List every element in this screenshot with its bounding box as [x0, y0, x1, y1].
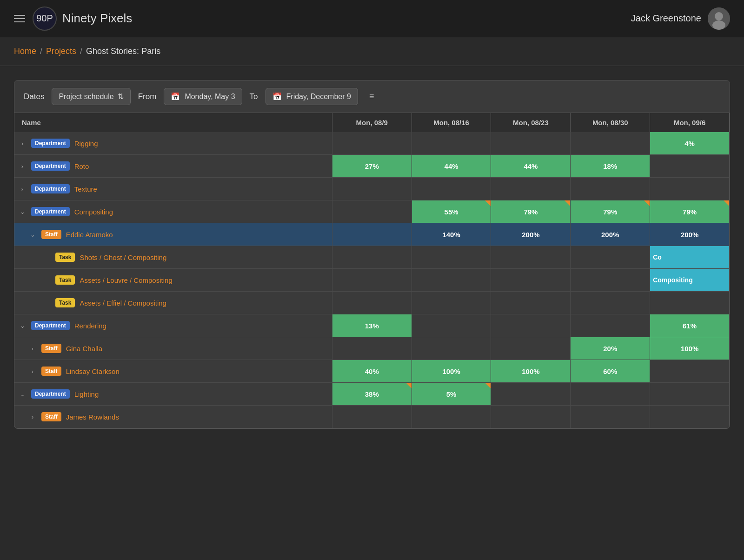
table-row: ›StaffLindsay Clarkson40%100%100%60% [14, 360, 730, 383]
cell-lighting-col3 [571, 383, 650, 406]
cell-task-shots-col2 [491, 246, 571, 269]
cell-rendering-col1 [412, 314, 491, 337]
cell-roto-col1: 44% [412, 155, 491, 178]
schedule-container: Dates Project schedule ⇅ From 📅 Monday, … [14, 80, 730, 429]
cell-roto-col4 [650, 155, 730, 178]
cell-rendering-col2 [491, 314, 571, 337]
badge-james: Staff [41, 412, 61, 421]
cell-texture-col2 [491, 178, 571, 200]
logo-text: 90 [36, 13, 46, 24]
chevron-compositing[interactable]: ⌄ [18, 207, 27, 216]
row-label-compositing: Compositing [74, 208, 113, 216]
name-cell-roto: ›DepartmentRoto [14, 155, 332, 178]
from-date-value: Monday, May 3 [185, 93, 235, 101]
cell-task-assets-louvre-col1 [412, 269, 491, 292]
name-cell-james: ›StaffJames Rowlands [14, 406, 332, 428]
cell-lindsay-col1: 100% [412, 360, 491, 383]
cell-eddie-col2: 200% [491, 223, 571, 246]
cell-lighting-col2 [491, 383, 571, 406]
cell-gina-col1 [412, 337, 491, 360]
cell-texture-col1 [412, 178, 491, 200]
name-cell-lindsay: ›StaffLindsay Clarkson [14, 360, 332, 383]
cell-rigging-col0 [332, 132, 412, 155]
badge-compositing: Department [31, 207, 70, 216]
col-header-3: Mon, 08/23 [491, 113, 571, 132]
table-row: ›StaffJames Rowlands [14, 406, 730, 428]
row-label-task-assets-louvre: Assets / Louvre / Compositing [80, 276, 172, 284]
from-label: From [138, 92, 157, 101]
cell-james-col2 [491, 406, 571, 428]
schedule-toolbar: Dates Project schedule ⇅ From 📅 Monday, … [14, 80, 730, 113]
row-label-task-assets-effiel: Assets / Effiel / Compositing [80, 299, 166, 307]
app-header: 90P Ninety Pixels Jack Greenstone [0, 0, 744, 37]
chevron-lighting[interactable]: ⌄ [18, 390, 27, 398]
chevron-gina[interactable]: › [28, 344, 37, 353]
cell-lindsay-col4 [650, 360, 730, 383]
toolbar-menu-icon[interactable]: ≡ [369, 92, 374, 101]
table-row: ⌄DepartmentRendering13%61% [14, 314, 730, 337]
cell-roto-col0: 27% [332, 155, 412, 178]
row-label-task-shots: Shots / Ghost / Compositing [80, 253, 166, 261]
chevron-rigging[interactable]: › [18, 139, 27, 147]
schedule-select[interactable]: Project schedule ⇅ [52, 88, 130, 105]
chevron-roto[interactable]: › [18, 162, 27, 170]
table-row: ⌄DepartmentCompositing55%79%79%79% [14, 200, 730, 223]
chevron-task-assets-louvre [42, 276, 51, 284]
name-cell-lighting: ⌄DepartmentLighting [14, 383, 332, 406]
from-date-input[interactable]: 📅 Monday, May 3 [164, 88, 242, 105]
table-row: ›StaffGina Challa20%100% [14, 337, 730, 360]
breadcrumb-home[interactable]: Home [14, 47, 36, 56]
badge-task-assets-effiel: Task [55, 298, 75, 307]
breadcrumb-projects[interactable]: Projects [46, 47, 76, 56]
cell-lindsay-col0: 40% [332, 360, 412, 383]
chevron-eddie[interactable]: ⌄ [28, 230, 37, 239]
to-calendar-icon: 📅 [272, 92, 282, 101]
cell-task-assets-louvre-col2 [491, 269, 571, 292]
row-label-gina: Gina Challa [66, 345, 102, 353]
col-header-5: Mon, 09/6 [650, 113, 730, 132]
cell-task-assets-effiel-col2 [491, 292, 571, 314]
cell-rendering-col4: 61% [650, 314, 730, 337]
cell-task-assets-louvre-col4: Compositing [650, 269, 730, 292]
to-date-input[interactable]: 📅 Friday, December 9 [266, 88, 358, 105]
chevron-lindsay[interactable]: › [28, 367, 37, 375]
table-row: ⌄DepartmentLighting38%5% [14, 383, 730, 406]
chevron-task-assets-effiel [42, 299, 51, 307]
chevron-rendering[interactable]: ⌄ [18, 321, 27, 330]
cell-lindsay-col3: 60% [571, 360, 650, 383]
name-cell-task-shots: TaskShots / Ghost / Compositing [14, 246, 332, 269]
corner-mark [485, 383, 491, 388]
table-row: ›DepartmentRigging4% [14, 132, 730, 155]
header-left: 90P Ninety Pixels [14, 7, 132, 31]
name-cell-task-assets-louvre: TaskAssets / Louvre / Compositing [14, 269, 332, 292]
cell-james-col1 [412, 406, 491, 428]
cell-eddie-col4: 200% [650, 223, 730, 246]
cell-task-shots-col0 [332, 246, 412, 269]
dates-label: Dates [24, 92, 44, 101]
breadcrumb-sep2: / [80, 47, 82, 56]
cell-task-shots-col3 [571, 246, 650, 269]
row-label-lindsay: Lindsay Clarkson [66, 367, 120, 375]
table-row: ›DepartmentTexture [14, 178, 730, 200]
row-label-roto: Roto [74, 162, 89, 170]
cell-roto-col3: 18% [571, 155, 650, 178]
user-name: Jack Greenstone [631, 13, 701, 24]
name-cell-rendering: ⌄DepartmentRendering [14, 314, 332, 337]
cell-compositing-col2: 79% [491, 200, 571, 223]
chevron-texture[interactable]: › [18, 185, 27, 193]
cell-task-assets-effiel-col0 [332, 292, 412, 314]
to-date-value: Friday, December 9 [286, 93, 351, 101]
logo-icon: 90P [33, 7, 57, 31]
header-right: Jack Greenstone [631, 7, 730, 30]
cell-compositing-col1: 55% [412, 200, 491, 223]
name-cell-eddie: ⌄StaffEddie Atamoko [14, 223, 332, 246]
name-cell-task-assets-effiel: TaskAssets / Effiel / Compositing [14, 292, 332, 314]
compositing-cell: Compositing [650, 269, 729, 291]
chevron-james[interactable]: › [28, 413, 37, 421]
cell-gina-col2 [491, 337, 571, 360]
badge-eddie: Staff [41, 230, 61, 239]
name-cell-gina: ›StaffGina Challa [14, 337, 332, 360]
hamburger-menu[interactable] [14, 15, 25, 22]
select-arrow-icon: ⇅ [118, 92, 124, 101]
table-row: TaskShots / Ghost / CompositingCo [14, 246, 730, 269]
